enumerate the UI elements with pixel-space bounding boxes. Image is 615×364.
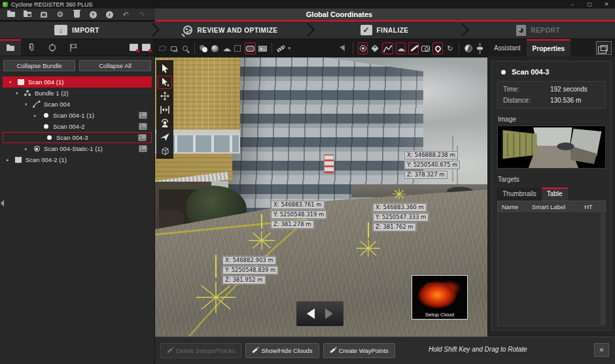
pano-image-icon[interactable] [258,43,267,54]
workflow-step-report[interactable]: REPORT [461,22,615,39]
scan-image-thumbnail[interactable] [497,125,606,169]
tab-assistant[interactable]: Assistant [488,39,527,56]
tab-table[interactable]: Table [542,188,568,201]
image-thumbnail-icon[interactable] [139,123,147,130]
paperclip-icon [27,43,35,52]
tree-row-scan-004-2-bundle[interactable]: Scan 004-2 (1) [0,154,152,165]
point-clouds-icon[interactable]: ☁ [222,43,230,54]
point-colors-icon[interactable] [200,43,208,54]
import-more-data-icon[interactable] [130,44,138,51]
workflow-step-import[interactable]: IMPORT [0,22,154,39]
settings-gear-icon[interactable]: ⚙ [56,10,65,19]
pan-icon[interactable] [156,89,173,103]
workflow-step-finalize[interactable]: FINALIZE [308,22,461,39]
tab-bundle-graph[interactable] [63,39,84,56]
rotate-mode-icon[interactable]: ↻ [446,43,454,54]
viewport-toolbar: ☁ ▾ ☁ ↻ [155,39,487,58]
add-cloud-icon[interactable]: ☁ [396,42,406,54]
collapse-bundle-button[interactable]: Collapse Bundle [3,60,75,71]
fence-select-icon[interactable] [158,43,167,54]
fly-icon[interactable] [156,130,173,144]
delete-setups-tracks-button[interactable]: Delete Setups/Tracks [160,343,241,358]
tree-row-scan-004-static-1[interactable]: Scan 004-Static-1 (1) [0,143,152,154]
image-thumbnail-icon[interactable] [139,112,147,119]
close-button[interactable]: ✕ [598,0,615,8]
tree-row-scan-004[interactable]: Scan 004 (1) [3,76,152,88]
add-mark-icon[interactable] [408,42,419,54]
caret-right-icon[interactable] [34,113,41,118]
view-globe-icon[interactable] [464,43,472,54]
add-camera-icon[interactable] [421,43,430,54]
select-cursor-icon[interactable] [156,61,173,75]
rectangle-select-icon[interactable] [169,43,178,54]
add-waypoint-icon[interactable] [432,42,443,54]
opacity-slider[interactable] [476,43,484,54]
setup-dot-icon [41,113,50,118]
publish-icon[interactable] [39,10,48,19]
add-bundle-icon[interactable] [142,44,150,51]
undo-icon[interactable]: ↶ [121,10,130,19]
panorama-view-icon[interactable] [245,42,256,54]
tree-row-scan-004-2-setup[interactable]: Scan 004-2 [0,121,152,132]
find-target-icon[interactable] [358,42,368,54]
pano-frame-icon[interactable] [234,43,242,54]
panorama-scene[interactable]: X: 546888.238 m Y: 5250540.675 m Z: 378.… [155,58,487,337]
minimize-button[interactable]: – [564,0,581,8]
column-name[interactable]: Name [498,203,532,210]
tree-row-scan-004-1[interactable]: Scan 004-1 (1) [0,110,152,121]
delete-icon[interactable] [72,10,81,19]
add-label-icon[interactable] [370,43,379,54]
caret-down-icon[interactable] [16,91,23,96]
pick-point-icon[interactable] [340,43,348,54]
properties-panel: Assistant Properties Scan 004-3 Time: 19… [487,39,615,337]
measure-tool-icon[interactable] [277,43,285,54]
multi-select-cursor-icon[interactable] [158,76,172,89]
next-setup-button[interactable] [325,308,333,319]
caret-right-icon[interactable] [25,146,32,152]
collapse-all-button[interactable]: Collapse All [79,60,151,71]
zoom-window-icon[interactable] [181,43,190,54]
setup-dot-icon [41,124,50,129]
tree-row-scan-004-track[interactable]: Scan 004 [0,99,152,110]
info-icon[interactable] [105,10,114,19]
time-label: Time: [503,86,550,93]
open-folder-icon[interactable] [7,10,16,19]
tab-properties[interactable]: Properties [527,39,571,56]
workflow-step-review-and-optimize[interactable]: REVIEW AND OPTIMIZE [154,22,308,39]
column-ht[interactable]: HT [584,203,604,210]
workflow-bar: IMPORT REVIEW AND OPTIMIZE FINALIZE REPO… [0,22,615,39]
caret-down-icon[interactable] [25,102,32,107]
tab-attachments[interactable] [21,39,42,56]
tab-thumbnails[interactable]: Thumbnails [497,188,542,201]
targets-table-scrollbar[interactable] [601,213,605,325]
zoom-extents-icon[interactable] [156,103,173,116]
coordinate-readout: X: 546888.238 m Y: 5250540.675 m Z: 378.… [404,151,460,179]
left-panel-collapse-arrow[interactable] [1,200,4,207]
add-polyline-icon[interactable] [382,42,393,54]
column-smart-label[interactable]: Smart Label [532,203,584,210]
open-project-icon[interactable] [23,10,32,19]
help-icon[interactable] [88,10,97,19]
caret-down-icon[interactable] [9,80,16,85]
float-panel-button[interactable] [596,41,612,55]
bottom-bar-close-button[interactable]: ✕ [594,343,609,357]
image-thumbnail-icon[interactable] [139,145,147,152]
sphere-view-icon[interactable] [211,43,219,54]
toolbar-divider [272,42,272,54]
look-around-icon[interactable] [156,116,173,130]
tree-row-bundle-1[interactable]: Bundle 1 (2) [0,88,152,99]
show-hide-clouds-button[interactable]: Show/Hide Clouds [245,343,319,358]
cube-view-icon[interactable] [156,144,173,157]
create-waypoints-button[interactable]: Create WayPoints [323,343,395,358]
tab-sitemap[interactable] [42,39,63,56]
redo-icon[interactable]: ↷ [137,10,147,19]
measure-dropdown-caret[interactable]: ▾ [289,46,293,51]
scene-viewport: ☁ ▾ ☁ ↻ [155,39,487,337]
tree-row-scan-004-3[interactable]: Scan 004-3 [3,132,152,143]
tab-project-explorer[interactable] [0,39,21,56]
setup-cloud-thumbnail[interactable]: Setup Cloud [412,275,468,320]
maximize-button[interactable]: ▢ [581,0,598,8]
caret-right-icon[interactable] [7,157,14,163]
image-thumbnail-icon[interactable] [138,134,147,141]
previous-setup-button[interactable] [307,308,315,319]
